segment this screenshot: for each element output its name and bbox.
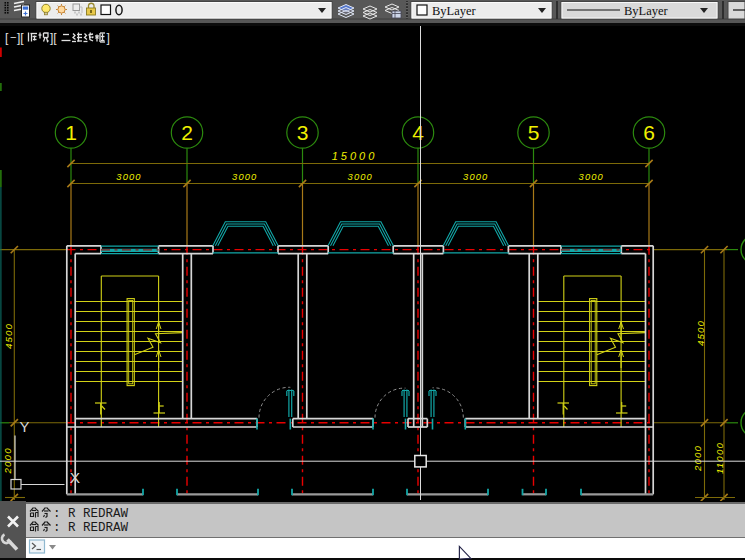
svg-text:15000: 15000 (332, 150, 378, 162)
svg-text:4: 4 (412, 121, 424, 144)
svg-text:3000: 3000 (579, 172, 604, 182)
svg-text:2000: 2000 (692, 445, 703, 472)
svg-text:3000: 3000 (232, 172, 257, 182)
svg-text:1: 1 (65, 121, 77, 144)
svg-text:3000: 3000 (463, 172, 488, 182)
svg-text:4500: 4500 (3, 323, 14, 349)
svg-text:X: X (70, 469, 81, 486)
svg-text:][: ][ (17, 31, 24, 45)
svg-text:ByLayer: ByLayer (624, 4, 669, 18)
svg-text:[: [ (5, 31, 9, 45)
svg-text:]: ] (107, 31, 110, 45)
svg-text:11000: 11000 (714, 442, 725, 474)
svg-text:4500: 4500 (695, 320, 706, 346)
svg-text:2: 2 (181, 121, 193, 144)
svg-text:5: 5 (528, 121, 540, 144)
svg-text:3000: 3000 (348, 172, 373, 182)
svg-text:6: 6 (643, 121, 655, 144)
svg-text:3000: 3000 (116, 172, 141, 182)
svg-text:: R REDRAW: : R REDRAW (53, 507, 129, 521)
svg-text:Y: Y (19, 418, 29, 435)
svg-text:−: − (10, 31, 16, 43)
svg-text:][: ][ (50, 31, 57, 45)
svg-text:3: 3 (297, 121, 309, 144)
svg-text:ByLayer: ByLayer (432, 4, 477, 18)
svg-text:: R REDRAW: : R REDRAW (53, 521, 129, 535)
